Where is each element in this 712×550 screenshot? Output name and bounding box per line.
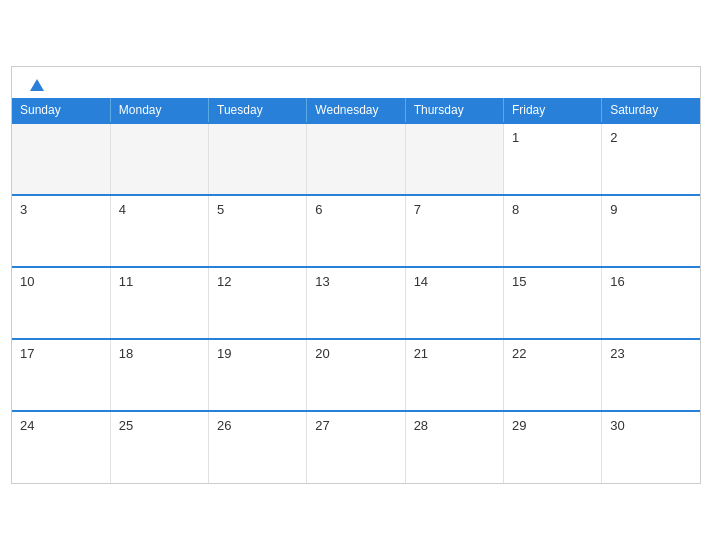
- day-number: 15: [512, 274, 526, 289]
- calendar-cell: 27: [307, 411, 405, 483]
- calendar-cell: 17: [12, 339, 110, 411]
- day-number: 9: [610, 202, 617, 217]
- day-number: 3: [20, 202, 27, 217]
- calendar-header-row: SundayMondayTuesdayWednesdayThursdayFrid…: [12, 98, 700, 123]
- calendar-cell: [209, 123, 307, 195]
- calendar-cell: 22: [503, 339, 601, 411]
- calendar-cell: 23: [602, 339, 700, 411]
- calendar-cell: [405, 123, 503, 195]
- logo-area: [28, 77, 44, 91]
- day-number: 14: [414, 274, 428, 289]
- day-number: 13: [315, 274, 329, 289]
- day-number: 21: [414, 346, 428, 361]
- day-number: 30: [610, 418, 624, 433]
- calendar-week-2: 3456789: [12, 195, 700, 267]
- calendar-cell: 26: [209, 411, 307, 483]
- weekday-header-sunday: Sunday: [12, 98, 110, 123]
- day-number: 16: [610, 274, 624, 289]
- calendar-cell: 7: [405, 195, 503, 267]
- calendar-cell: 5: [209, 195, 307, 267]
- day-number: 6: [315, 202, 322, 217]
- day-number: 19: [217, 346, 231, 361]
- weekday-header-monday: Monday: [110, 98, 208, 123]
- calendar-cell: 15: [503, 267, 601, 339]
- weekday-header-thursday: Thursday: [405, 98, 503, 123]
- logo-general: [28, 77, 44, 91]
- day-number: 26: [217, 418, 231, 433]
- day-number: 20: [315, 346, 329, 361]
- day-number: 27: [315, 418, 329, 433]
- calendar-cell: 2: [602, 123, 700, 195]
- day-number: 8: [512, 202, 519, 217]
- day-number: 25: [119, 418, 133, 433]
- calendar-week-5: 24252627282930: [12, 411, 700, 483]
- calendar-cell: [307, 123, 405, 195]
- day-number: 1: [512, 130, 519, 145]
- calendar-cell: 11: [110, 267, 208, 339]
- calendar-cell: 24: [12, 411, 110, 483]
- calendar-cell: 9: [602, 195, 700, 267]
- day-number: 18: [119, 346, 133, 361]
- calendar-cell: 16: [602, 267, 700, 339]
- day-number: 5: [217, 202, 224, 217]
- calendar-header: [12, 67, 700, 97]
- weekday-header-wednesday: Wednesday: [307, 98, 405, 123]
- day-number: 29: [512, 418, 526, 433]
- calendar-cell: 1: [503, 123, 601, 195]
- calendar-container: SundayMondayTuesdayWednesdayThursdayFrid…: [11, 66, 701, 483]
- calendar-cell: 25: [110, 411, 208, 483]
- day-number: 4: [119, 202, 126, 217]
- calendar-cell: 10: [12, 267, 110, 339]
- weekday-header-tuesday: Tuesday: [209, 98, 307, 123]
- calendar-cell: 30: [602, 411, 700, 483]
- calendar-grid: SundayMondayTuesdayWednesdayThursdayFrid…: [12, 98, 700, 483]
- calendar-cell: 28: [405, 411, 503, 483]
- weekday-header-friday: Friday: [503, 98, 601, 123]
- day-number: 17: [20, 346, 34, 361]
- calendar-cell: 6: [307, 195, 405, 267]
- calendar-cell: [110, 123, 208, 195]
- day-number: 24: [20, 418, 34, 433]
- calendar-cell: [12, 123, 110, 195]
- calendar-week-3: 10111213141516: [12, 267, 700, 339]
- weekday-header-saturday: Saturday: [602, 98, 700, 123]
- calendar-cell: 18: [110, 339, 208, 411]
- day-number: 2: [610, 130, 617, 145]
- logo-triangle-icon: [30, 79, 44, 91]
- calendar-cell: 21: [405, 339, 503, 411]
- calendar-cell: 8: [503, 195, 601, 267]
- day-number: 28: [414, 418, 428, 433]
- calendar-cell: 3: [12, 195, 110, 267]
- day-number: 22: [512, 346, 526, 361]
- day-number: 12: [217, 274, 231, 289]
- calendar-cell: 12: [209, 267, 307, 339]
- day-number: 11: [119, 274, 133, 289]
- calendar-cell: 4: [110, 195, 208, 267]
- day-number: 7: [414, 202, 421, 217]
- calendar-week-4: 17181920212223: [12, 339, 700, 411]
- calendar-cell: 14: [405, 267, 503, 339]
- calendar-cell: 19: [209, 339, 307, 411]
- calendar-week-1: 12: [12, 123, 700, 195]
- calendar-cell: 20: [307, 339, 405, 411]
- calendar-cell: 13: [307, 267, 405, 339]
- day-number: 10: [20, 274, 34, 289]
- day-number: 23: [610, 346, 624, 361]
- calendar-cell: 29: [503, 411, 601, 483]
